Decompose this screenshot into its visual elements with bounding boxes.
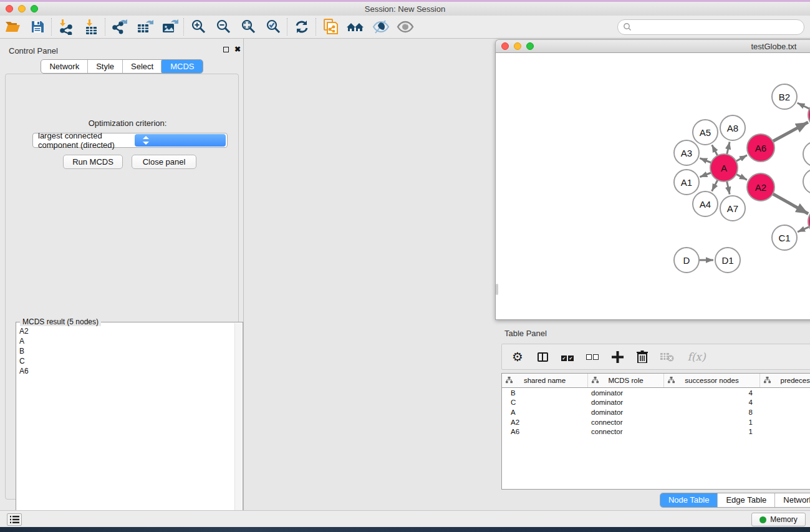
table-row[interactable]: Bdominator41B	[502, 388, 810, 398]
table-cell[interactable]: connector	[588, 418, 664, 426]
table-cell[interactable]: 1	[664, 428, 760, 435]
table-cell[interactable]: 1	[760, 428, 810, 435]
table-cell[interactable]: 0	[760, 409, 810, 416]
table-row[interactable]: Adominator80A	[502, 407, 810, 417]
result-item[interactable]: A2	[19, 326, 234, 336]
export-table-button[interactable]	[132, 17, 157, 36]
graph-node-A1[interactable]: A1	[673, 169, 700, 195]
column-header-successor-nodes[interactable]: successor nodes	[664, 374, 760, 387]
export-image-button[interactable]	[157, 17, 182, 36]
column-header-shared-name[interactable]: shared name	[502, 374, 588, 387]
memory-button[interactable]: Memory	[751, 513, 806, 526]
zoom-in-button[interactable]	[186, 17, 211, 36]
network-window-titlebar[interactable]: testGlobe.txt	[495, 39, 810, 53]
table-cell[interactable]: A6	[502, 428, 588, 435]
graph-node-A7[interactable]: A7	[720, 195, 746, 221]
select-all-button[interactable]: ✔✔	[559, 349, 576, 365]
result-item[interactable]: A	[19, 336, 234, 346]
mcds-result-list[interactable]: A2ABCA6	[17, 326, 234, 532]
import-network-button[interactable]	[54, 17, 79, 36]
search-input[interactable]	[634, 21, 804, 33]
table-cell[interactable]: B	[502, 389, 588, 397]
mcds-result-box: MCDS result (5 nodes) A2ABCA6	[16, 322, 243, 532]
graph-node-A[interactable]: A	[710, 153, 738, 182]
table-cell[interactable]: 4	[664, 389, 760, 397]
network-canvas[interactable]: B4B2BB3A5A8A6B1A3AC2A1A2A4A7C4CC1DD1C3	[495, 53, 810, 320]
tab-edge-table[interactable]: Edge Table	[717, 493, 774, 507]
graph-node-A6[interactable]: A6	[746, 133, 775, 162]
table-cell[interactable]: A2	[502, 418, 588, 426]
table-settings-button[interactable]: ⚙	[509, 349, 526, 365]
table-cell[interactable]: 1	[664, 418, 760, 426]
zoom-out-icon	[215, 19, 231, 35]
deselect-all-button[interactable]	[584, 349, 600, 365]
column-header-MCDS-role[interactable]: MCDS role	[588, 374, 664, 387]
duplicate-network-button[interactable]	[318, 17, 343, 36]
show-graphics-details-button[interactable]	[368, 17, 393, 36]
table-cell[interactable]: C	[502, 399, 588, 406]
import-table-icon	[83, 19, 99, 35]
zoom-selected-button[interactable]	[261, 17, 286, 36]
run-mcds-button[interactable]: Run MCDS	[63, 155, 123, 169]
zoom-out-button[interactable]	[211, 17, 236, 36]
export-network-button[interactable]	[107, 17, 132, 36]
close-panel-button[interactable]: Close panel	[132, 155, 196, 169]
column-header-predecessor-nodes[interactable]: predecessor nodes	[760, 374, 810, 387]
tab-network-table[interactable]: Network Table	[774, 493, 810, 507]
table-cell[interactable]: dominator	[588, 399, 664, 406]
table-body: Bdominator41BCdominator41CAdominator80AA…	[502, 388, 810, 437]
graph-node-A2[interactable]: A2	[746, 173, 775, 201]
table-cell[interactable]: connector	[588, 428, 664, 435]
tab-select[interactable]: Select	[122, 60, 162, 73]
graph-node-C1[interactable]: C1	[771, 225, 798, 251]
table-cell[interactable]: 1	[760, 399, 810, 406]
tab-style[interactable]: Style	[87, 60, 122, 73]
tab-node-table[interactable]: Node Table	[660, 493, 718, 508]
search-icon	[623, 22, 632, 31]
add-column-button[interactable]	[609, 349, 625, 365]
node-table: shared nameMCDS rolesuccessor nodesprede…	[501, 373, 810, 490]
import-table-button[interactable]	[79, 17, 104, 36]
search-field[interactable]	[617, 19, 804, 35]
delete-columns-button[interactable]	[634, 349, 650, 365]
float-panel-icon[interactable]	[223, 47, 229, 52]
graph-node-D[interactable]: D	[673, 247, 700, 273]
table-row[interactable]: A6connector11A6	[502, 427, 810, 437]
graph-node-A4[interactable]: A4	[692, 191, 718, 217]
table-cell[interactable]: 4	[664, 399, 760, 406]
table-row[interactable]: A2connector11A2	[502, 417, 810, 427]
table-row[interactable]: Cdominator41C	[502, 398, 810, 408]
table-cell[interactable]: dominator	[588, 409, 664, 416]
table-cell[interactable]: 1	[760, 418, 810, 426]
delete-table-button[interactable]	[659, 349, 675, 365]
tab-network[interactable]: Network	[41, 60, 87, 73]
optimization-criterion-label: Optimization criterion:	[6, 118, 249, 128]
table-cell[interactable]: 1	[760, 389, 810, 397]
criterion-dropdown[interactable]: largest connected component (directed)	[32, 133, 228, 148]
graph-node-A8[interactable]: A8	[720, 115, 746, 141]
mcds-panel: Optimization criterion: largest connecte…	[5, 74, 239, 500]
open-session-button[interactable]	[0, 17, 25, 36]
task-history-button[interactable]	[7, 513, 22, 526]
result-scrollbar[interactable]	[234, 323, 242, 532]
table-cell[interactable]: 8	[664, 409, 760, 416]
graph-node-D1[interactable]: D1	[715, 247, 741, 273]
tab-mcds[interactable]: MCDS	[161, 59, 203, 74]
graph-node-A3[interactable]: A3	[673, 140, 700, 166]
refresh-layout-button[interactable]	[289, 17, 314, 36]
save-session-button[interactable]	[25, 17, 50, 36]
home-button[interactable]	[343, 17, 368, 36]
zoom-fit-button[interactable]	[236, 17, 261, 36]
graph-node-A5[interactable]: A5	[692, 119, 718, 145]
birdseye-view-button[interactable]	[393, 17, 418, 36]
table-cell[interactable]: dominator	[588, 389, 664, 397]
function-builder-button[interactable]: f(x)	[684, 349, 709, 365]
vertical-scrollbar-thumb[interactable]	[496, 284, 498, 295]
result-item[interactable]: A6	[19, 366, 234, 376]
table-cell[interactable]: A	[502, 409, 588, 416]
graph-node-B2[interactable]: B2	[771, 84, 798, 110]
close-panel-icon[interactable]: ✖	[234, 46, 241, 52]
result-item[interactable]: B	[19, 346, 234, 356]
show-columns-button[interactable]	[534, 349, 551, 365]
result-item[interactable]: C	[19, 356, 234, 366]
